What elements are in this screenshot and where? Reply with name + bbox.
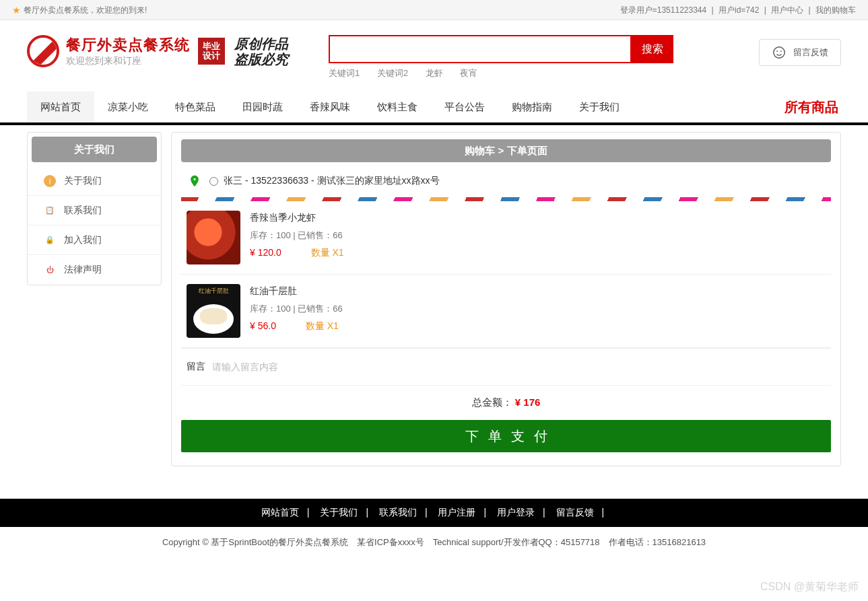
star-icon: ★	[12, 0, 21, 20]
nav-spicy[interactable]: 香辣风味	[296, 92, 364, 122]
brand-subtitle: 欢迎您到来和订座	[66, 55, 190, 67]
address-radio[interactable]	[209, 177, 218, 186]
item-name: 香辣当季小龙虾	[250, 212, 344, 224]
item-image-caption: 红油千层肚	[187, 287, 240, 295]
main: 关于我们 i 关于我们 📋 联系我们 🔒 加入我们 ⏻ 法律声明 购物车 > 下…	[0, 125, 868, 480]
nav-home[interactable]: 网站首页	[27, 92, 94, 122]
lock-icon: 🔒	[44, 234, 56, 246]
topbar: ★ 餐厅外卖点餐系统，欢迎您的到来! 登录用户=13511223344 | 用户…	[0, 0, 868, 20]
item-meta: 库存：100 | 已销售：66	[250, 303, 343, 315]
sidebar-item-join[interactable]: 🔒 加入我们	[28, 225, 161, 255]
search-block: 搜索 关键词1 关键词2 龙虾 夜宵	[329, 35, 679, 79]
logo-block[interactable]: 餐厅外卖点餐系统 欢迎您到来和订座	[27, 35, 190, 67]
footer-link-feedback[interactable]: 留言反馈	[556, 507, 594, 518]
item-price: ¥ 56.0	[250, 320, 276, 331]
nav-cold-dishes[interactable]: 凉菜小吃	[94, 92, 162, 122]
logo-icon	[27, 35, 59, 67]
nav-about[interactable]: 关于我们	[566, 92, 633, 122]
svg-point-2	[780, 50, 782, 52]
pay-button[interactable]: 下单支付	[181, 420, 831, 452]
sidebar: 关于我们 i 关于我们 📋 联系我们 🔒 加入我们 ⏻ 法律声明	[27, 132, 162, 285]
separator: |	[712, 5, 714, 15]
order-item: 香辣当季小龙虾 库存：100 | 已销售：66 ¥ 120.0 数量 X1	[181, 201, 831, 275]
nav-all-products[interactable]: 所有商品	[782, 98, 841, 116]
feedback-button[interactable]: 留言反馈	[759, 39, 841, 66]
slogan: 原创作品 盗版必究	[234, 36, 288, 67]
nav-specialty[interactable]: 特色菜品	[162, 92, 229, 122]
sidebar-item-label: 联系我们	[64, 205, 102, 217]
topbar-uid: 用户id=742	[719, 5, 759, 15]
item-qty: 数量 X1	[311, 247, 344, 258]
sidebar-item-about[interactable]: i 关于我们	[28, 166, 161, 196]
keyword-link[interactable]: 关键词1	[329, 68, 360, 78]
item-name: 红油千层肚	[250, 285, 343, 297]
keyword-link[interactable]: 关键词2	[377, 68, 408, 78]
item-meta: 库存：100 | 已销售：66	[250, 229, 344, 242]
slogan-line2: 盗版必究	[234, 52, 288, 67]
badge-line1: 毕业	[203, 42, 220, 51]
location-icon	[188, 174, 201, 188]
keyword-link[interactable]: 龙虾	[426, 68, 443, 78]
item-price: ¥ 120.0	[250, 247, 281, 258]
separator: |	[764, 5, 766, 15]
topbar-my-cart-link[interactable]: 我的购物车	[815, 5, 856, 15]
topbar-welcome: 餐厅外卖点餐系统，欢迎您的到来!	[24, 0, 147, 20]
copyright: Copyright © 基于SprintBoot的餐厅外卖点餐系统 某省ICP备…	[0, 527, 868, 569]
total-label: 总金额：	[472, 396, 512, 408]
total-amount: ¥ 176	[515, 396, 541, 408]
slogan-line1: 原创作品	[234, 36, 288, 52]
footer-link-register[interactable]: 用户注册	[438, 507, 475, 518]
nav-vegetables[interactable]: 田园时蔬	[229, 92, 296, 122]
nav-announcements[interactable]: 平台公告	[431, 92, 498, 122]
badge-line2: 设计	[203, 51, 220, 61]
order-item: 红油千层肚 红油千层肚 库存：100 | 已销售：66 ¥ 56.0 数量 X1	[181, 275, 831, 348]
total-row: 总金额： ¥ 176	[181, 385, 831, 415]
svg-point-0	[774, 47, 785, 59]
sidebar-title: 关于我们	[32, 137, 157, 162]
doc-icon: 📋	[44, 205, 56, 217]
footer-link-home[interactable]: 网站首页	[261, 507, 299, 518]
footer-link-contact[interactable]: 联系我们	[379, 507, 417, 518]
content-title: 购物车 > 下单页面	[181, 139, 831, 162]
search-input[interactable]	[329, 35, 632, 63]
nav-shopping-guide[interactable]: 购物指南	[498, 92, 566, 122]
header: 餐厅外卖点餐系统 欢迎您到来和订座 毕业 设计 原创作品 盗版必究 搜索 关键词…	[0, 20, 868, 85]
feedback-label: 留言反馈	[793, 46, 828, 59]
message-input[interactable]	[212, 361, 826, 372]
nav-drinks[interactable]: 饮料主食	[364, 92, 431, 122]
content: 购物车 > 下单页面 张三 - 13522336633 - 测试张三的家里地址x…	[171, 132, 841, 466]
address-text: 张三 - 13522336633 - 测试张三的家里地址xx路xx号	[224, 175, 440, 187]
nav: 网站首页 凉菜小吃 特色菜品 田园时蔬 香辣风味 饮料主食 平台公告 购物指南 …	[0, 92, 868, 125]
sidebar-item-legal[interactable]: ⏻ 法律声明	[28, 255, 161, 285]
search-button[interactable]: 搜索	[632, 35, 673, 63]
sidebar-item-label: 关于我们	[64, 175, 102, 187]
item-qty: 数量 X1	[306, 320, 339, 331]
footer-link-login[interactable]: 用户登录	[497, 507, 535, 518]
sidebar-item-label: 加入我们	[64, 234, 102, 246]
graduation-badge: 毕业 设计	[198, 38, 225, 65]
topbar-login-user: 登录用户=13511223344	[620, 5, 706, 15]
item-image	[187, 211, 240, 264]
item-image: 红油千层肚	[187, 284, 240, 338]
topbar-user-center-link[interactable]: 用户中心	[771, 5, 803, 15]
sidebar-item-label: 法律声明	[64, 264, 102, 276]
message-row: 留言	[181, 348, 831, 385]
separator: |	[809, 5, 811, 15]
brand-title: 餐厅外卖点餐系统	[66, 35, 190, 55]
power-icon: ⏻	[44, 264, 56, 276]
headset-icon	[772, 45, 787, 60]
search-keywords: 关键词1 关键词2 龙虾 夜宵	[329, 67, 679, 79]
footer-links: 网站首页| 关于我们| 联系我们| 用户注册| 用户登录| 留言反馈|	[0, 499, 868, 527]
footer-link-about[interactable]: 关于我们	[320, 507, 358, 518]
info-icon: i	[44, 175, 56, 187]
address-row: 张三 - 13522336633 - 测试张三的家里地址xx路xx号	[181, 162, 831, 197]
sidebar-item-contact[interactable]: 📋 联系我们	[28, 196, 161, 225]
svg-point-1	[776, 50, 778, 52]
keyword-link[interactable]: 夜宵	[460, 68, 477, 78]
message-label: 留言	[187, 361, 205, 373]
